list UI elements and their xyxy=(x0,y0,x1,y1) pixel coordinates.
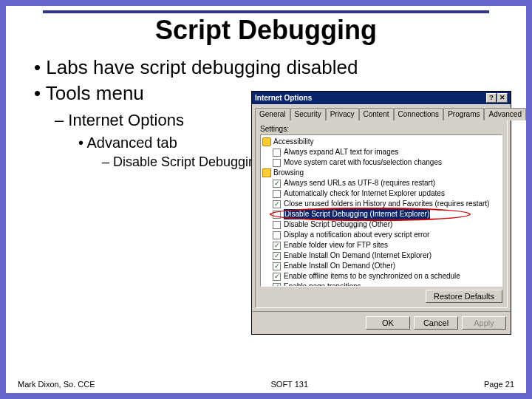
checkbox[interactable] xyxy=(273,190,281,198)
opt-alt-text: Always expand ALT text for images xyxy=(284,147,398,157)
checkbox[interactable] xyxy=(273,149,281,157)
checkbox[interactable] xyxy=(273,180,281,188)
ok-button[interactable]: OK xyxy=(366,316,410,330)
cancel-button[interactable]: Cancel xyxy=(414,316,458,330)
checkbox[interactable] xyxy=(273,273,281,281)
page-title: Script Debugging xyxy=(6,13,526,53)
accessibility-icon xyxy=(262,137,271,146)
opt-utf8: Always send URLs as UTF-8 (requires rest… xyxy=(284,178,435,188)
settings-tree[interactable]: Accessibility Always expand ALT text for… xyxy=(260,134,502,287)
checkbox[interactable] xyxy=(273,231,281,239)
tab-programs[interactable]: Programs xyxy=(443,108,484,120)
opt-page-trans: Enable page transitions xyxy=(284,282,361,287)
opt-caret: Move system caret with focus/selection c… xyxy=(284,157,442,168)
opt-iod-other: Enable Install On Demand (Other) xyxy=(284,261,395,271)
opt-notify-error: Display a notification about every scrip… xyxy=(284,230,429,240)
help-button[interactable]: ? xyxy=(486,93,497,103)
restore-defaults-button[interactable]: Restore Defaults xyxy=(426,290,502,303)
opt-ftp-folder: Enable folder view for FTP sites xyxy=(284,240,388,250)
footer-page: Page 21 xyxy=(484,380,514,389)
checkbox[interactable] xyxy=(273,159,281,167)
tab-privacy[interactable]: Privacy xyxy=(326,108,359,120)
tab-connections[interactable]: Connections xyxy=(394,108,444,120)
checkbox[interactable] xyxy=(273,242,281,250)
internet-options-dialog: Internet Options ? ✕ General Security Pr… xyxy=(251,91,511,335)
apply-button[interactable]: Apply xyxy=(462,316,506,330)
opt-iod-ie: Enable Install On Demand (Internet Explo… xyxy=(284,250,432,261)
tab-security[interactable]: Security xyxy=(290,108,326,120)
tab-advanced[interactable]: Advanced xyxy=(484,108,525,120)
opt-offline-sync: Enable offline items to be synchronized … xyxy=(284,271,460,282)
bullet-labs: Labs have script debugging disabled xyxy=(34,56,511,79)
dialog-title: Internet Options xyxy=(255,94,312,102)
settings-label: Settings: xyxy=(260,125,502,133)
tab-content[interactable]: Content xyxy=(359,108,394,120)
checkbox[interactable] xyxy=(273,221,281,229)
tab-strip: General Security Privacy Content Connect… xyxy=(252,104,511,120)
tab-general[interactable]: General xyxy=(255,108,290,120)
checkbox[interactable] xyxy=(273,252,281,260)
footer-course: SOFT 131 xyxy=(271,380,309,389)
checkbox[interactable] xyxy=(273,200,281,208)
opt-disable-debug-other: Disable Script Debugging (Other) xyxy=(284,219,392,230)
close-button[interactable]: ✕ xyxy=(497,93,508,103)
opt-auto-check: Automatically check for Internet Explore… xyxy=(284,188,445,199)
footer-author: Mark Dixon, So. CCE xyxy=(18,380,95,389)
opt-disable-debug-ie: Disable Script Debugging (Internet Explo… xyxy=(284,209,430,219)
browsing-icon xyxy=(262,168,271,177)
cat-accessibility: Accessibility xyxy=(273,137,313,147)
checkbox-disable-debug-ie[interactable] xyxy=(273,211,281,219)
cat-browsing: Browsing xyxy=(273,168,304,178)
checkbox[interactable] xyxy=(273,262,281,270)
